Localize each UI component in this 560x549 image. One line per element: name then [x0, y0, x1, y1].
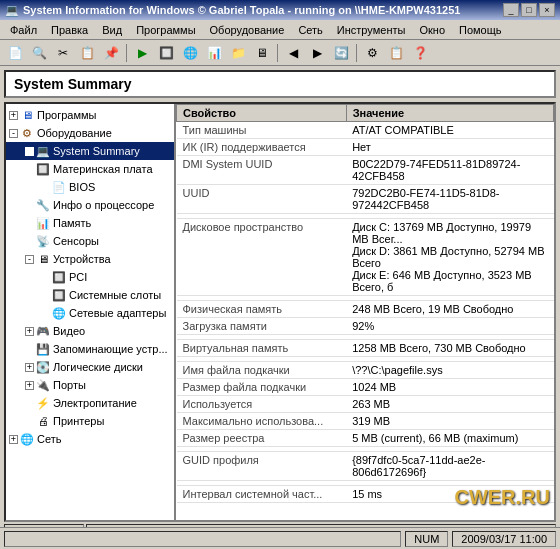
- tree-label-system-summary: System Summary: [53, 145, 140, 157]
- tree-item-system-summary[interactable]: 💻System Summary: [6, 142, 174, 160]
- toolbar-btn-8[interactable]: 🌐: [179, 42, 201, 64]
- property-cell: Интервал системной част...: [177, 486, 347, 503]
- toolbar-btn-16[interactable]: 📋: [385, 42, 407, 64]
- tree-item-ports[interactable]: +🔌Порты: [6, 376, 174, 394]
- window-title: System Information for Windows © Gabriel…: [23, 4, 460, 16]
- toolbar-btn-5[interactable]: 📌: [100, 42, 122, 64]
- maximize-button[interactable]: □: [521, 3, 537, 17]
- toolbar-btn-12[interactable]: ◀: [282, 42, 304, 64]
- menu-edit[interactable]: Правка: [45, 23, 94, 37]
- tree-item-hardware[interactable]: -⚙Оборудование: [6, 124, 174, 142]
- toolbar-btn-1[interactable]: 📄: [4, 42, 26, 64]
- tree-icon-memory: 📊: [35, 215, 51, 231]
- main-area: +🖥Программы-⚙Оборудование💻System Summary…: [4, 102, 556, 522]
- value-cell: 92%: [346, 318, 553, 335]
- tree-item-printers[interactable]: 🖨Принтеры: [6, 412, 174, 430]
- toolbar-btn-15[interactable]: ⚙: [361, 42, 383, 64]
- table-row: UUID792DC2B0-FE74-11D5-81D8-972442CFB458: [177, 185, 554, 214]
- expand-icon-power[interactable]: [25, 399, 34, 408]
- toolbar-btn-3[interactable]: ✂: [52, 42, 74, 64]
- tree-item-motherboard[interactable]: 🔲Материнская плата: [6, 160, 174, 178]
- tree-label-storage: Запоминающие устр...: [53, 343, 168, 355]
- toolbar-btn-13[interactable]: ▶: [306, 42, 328, 64]
- tree-icon-pci: 🔲: [51, 269, 67, 285]
- expand-icon-system-slots[interactable]: [41, 291, 50, 300]
- value-cell: 1258 MB Всего, 730 MB Свободно: [346, 340, 553, 357]
- tree-label-ports: Порты: [53, 379, 86, 391]
- toolbar-btn-10[interactable]: 📁: [227, 42, 249, 64]
- value-cell: 792DC2B0-FE74-11D5-81D8-972442CFB458: [346, 185, 553, 214]
- toolbar-sep-3: [356, 44, 357, 62]
- expand-icon-hardware[interactable]: -: [9, 129, 18, 138]
- tree-item-power[interactable]: ⚡Электропитание: [6, 394, 174, 412]
- toolbar-btn-2[interactable]: 🔍: [28, 42, 50, 64]
- menu-help[interactable]: Помощь: [453, 23, 508, 37]
- expand-icon-cpu[interactable]: [25, 201, 34, 210]
- value-cell: \??\C:\pagefile.sys: [346, 362, 553, 379]
- menu-window[interactable]: Окно: [413, 23, 451, 37]
- tree-item-storage[interactable]: 💾Запоминающие устр...: [6, 340, 174, 358]
- toolbar-btn-7[interactable]: 🔲: [155, 42, 177, 64]
- property-cell: Размер файла подкачки: [177, 379, 347, 396]
- tree-label-bios: BIOS: [69, 181, 95, 193]
- close-button[interactable]: ×: [539, 3, 555, 17]
- value-cell: 1024 MB: [346, 379, 553, 396]
- expand-icon-bios[interactable]: [41, 183, 50, 192]
- tree-item-cpu[interactable]: 🔧Инфо о процессоре: [6, 196, 174, 214]
- expand-icon-network[interactable]: +: [9, 435, 18, 444]
- menu-tools[interactable]: Инструменты: [331, 23, 412, 37]
- tree-label-cpu: Инфо о процессоре: [53, 199, 154, 211]
- tree-item-sensors[interactable]: 📡Сенсоры: [6, 232, 174, 250]
- expand-icon-motherboard[interactable]: [25, 165, 34, 174]
- property-cell: Имя файла подкачки: [177, 362, 347, 379]
- table-row: Имя файла подкачки\??\C:\pagefile.sys: [177, 362, 554, 379]
- expand-icon-devices[interactable]: -: [25, 255, 34, 264]
- toolbar-btn-14[interactable]: 🔄: [330, 42, 352, 64]
- toolbar-btn-6[interactable]: ▶: [131, 42, 153, 64]
- menu-view[interactable]: Вид: [96, 23, 128, 37]
- property-cell: UUID: [177, 185, 347, 214]
- table-row: Виртуальная память1258 MB Всего, 730 MB …: [177, 340, 554, 357]
- tree-item-video[interactable]: +🎮Видео: [6, 322, 174, 340]
- tree-item-memory[interactable]: 📊Память: [6, 214, 174, 232]
- tree-item-pci[interactable]: 🔲PCI: [6, 268, 174, 286]
- expand-icon-net-adapters[interactable]: [41, 309, 50, 318]
- tree-item-programs[interactable]: +🖥Программы: [6, 106, 174, 124]
- property-cell: ИК (IR) поддерживается: [177, 139, 347, 156]
- title-bar-buttons: _ □ ×: [503, 3, 555, 17]
- property-cell: Максимально использова...: [177, 413, 347, 430]
- toolbar-btn-17[interactable]: ❓: [409, 42, 431, 64]
- tree-item-devices[interactable]: -🖥Устройства: [6, 250, 174, 268]
- expand-icon-pci[interactable]: [41, 273, 50, 282]
- expand-icon-ports[interactable]: +: [25, 381, 34, 390]
- tree-item-network[interactable]: +🌐Сеть: [6, 430, 174, 448]
- toolbar-sep-2: [277, 44, 278, 62]
- detail-panel: Свойство Значение Тип машиныAT/AT COMPAT…: [176, 104, 554, 520]
- minimize-button[interactable]: _: [503, 3, 519, 17]
- expand-icon-system-summary[interactable]: [25, 147, 34, 156]
- tree-icon-net-adapters: 🌐: [51, 305, 67, 321]
- menu-programs[interactable]: Программы: [130, 23, 201, 37]
- tree-icon-cpu: 🔧: [35, 197, 51, 213]
- expand-icon-memory[interactable]: [25, 219, 34, 228]
- toolbar-btn-9[interactable]: 📊: [203, 42, 225, 64]
- menu-network[interactable]: Сеть: [292, 23, 328, 37]
- tree-item-bios[interactable]: 📄BIOS: [6, 178, 174, 196]
- table-row: Физическая память248 MB Всего, 19 MB Сво…: [177, 301, 554, 318]
- tree-icon-logical-disks: 💽: [35, 359, 51, 375]
- expand-icon-printers[interactable]: [25, 417, 34, 426]
- expand-icon-video[interactable]: +: [25, 327, 34, 336]
- tree-item-logical-disks[interactable]: +💽Логические диски: [6, 358, 174, 376]
- tree-icon-system-summary: 💻: [35, 143, 51, 159]
- menu-file[interactable]: Файл: [4, 23, 43, 37]
- toolbar-btn-4[interactable]: 📋: [76, 42, 98, 64]
- expand-icon-programs[interactable]: +: [9, 111, 18, 120]
- expand-icon-sensors[interactable]: [25, 237, 34, 246]
- tree-item-net-adapters[interactable]: 🌐Сетевые адаптеры: [6, 304, 174, 322]
- tree-icon-power: ⚡: [35, 395, 51, 411]
- expand-icon-logical-disks[interactable]: +: [25, 363, 34, 372]
- tree-item-system-slots[interactable]: 🔲Системные слоты: [6, 286, 174, 304]
- expand-icon-storage[interactable]: [25, 345, 34, 354]
- menu-hardware[interactable]: Оборудование: [204, 23, 291, 37]
- toolbar-btn-11[interactable]: 🖥: [251, 42, 273, 64]
